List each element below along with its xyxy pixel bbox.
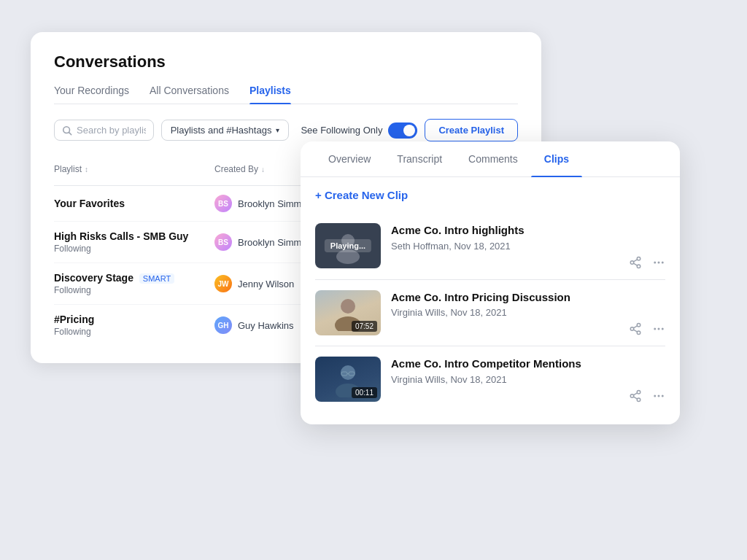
tab-transcript[interactable]: Transcript: [384, 141, 455, 176]
tab-comments[interactable]: Comments: [455, 141, 531, 176]
svg-point-12: [341, 299, 355, 314]
following-toggle[interactable]: [388, 122, 417, 139]
clip-info: Acme Co. Intro Pricing Discussion Virgin…: [391, 290, 665, 336]
tab-playlists[interactable]: Playlists: [249, 85, 291, 104]
avatar: JW: [214, 275, 232, 292]
svg-point-33: [658, 394, 660, 397]
clips-tab-bar: Overview Transcript Comments Clips: [301, 141, 680, 177]
clip-title: Acme Co. Intro Competitor Mentions: [391, 357, 665, 371]
svg-point-10: [658, 261, 660, 263]
playlist-name: #Pricing Following: [54, 314, 214, 337]
sort-icon-created-by: ↓: [261, 166, 265, 174]
duration-badge: 07:52: [352, 321, 377, 332]
svg-line-31: [633, 392, 637, 394]
search-icon: [62, 125, 72, 136]
duration-badge: 00:11: [352, 387, 377, 398]
th-playlist[interactable]: Playlist ↕: [54, 159, 214, 179]
tab-overview[interactable]: Overview: [315, 141, 384, 176]
clip-title: Acme Co. Intro Pricing Discussion: [391, 290, 665, 305]
svg-line-7: [633, 263, 637, 265]
chevron-down-icon: ▾: [276, 126, 279, 134]
clip-thumbnail: Playing...: [315, 223, 381, 268]
playlist-name: Your Favorites: [54, 198, 214, 209]
avatar: BS: [214, 233, 232, 251]
main-tabs: Your Recordings All Conversations Playli…: [54, 85, 518, 104]
clip-meta: Virginia Wills, Nov 18, 2021: [391, 374, 665, 385]
avatar: GH: [214, 316, 232, 334]
share-icon[interactable]: [629, 256, 642, 269]
clip-meta: Seth Hoffman, Nov 18, 2021: [391, 241, 665, 252]
avatar: BS: [214, 195, 232, 212]
more-options-icon[interactable]: [652, 256, 665, 269]
filter-label: Playlists and #Hashtags: [171, 125, 272, 136]
tab-clips[interactable]: Clips: [531, 141, 582, 176]
clip-thumbnail: 00:11: [315, 357, 381, 402]
svg-point-32: [654, 394, 656, 397]
clip-item: 07:52 Acme Co. Intro Pricing Discussion …: [315, 280, 665, 347]
clip-title: Acme Co. Intro highlights: [391, 223, 665, 238]
clip-item: Playing... Acme Co. Intro highlights Set…: [315, 213, 665, 280]
svg-point-9: [654, 261, 656, 263]
svg-line-17: [633, 330, 637, 332]
playing-badge: Playing...: [325, 239, 371, 252]
svg-point-11: [662, 261, 664, 263]
svg-point-21: [662, 328, 664, 330]
following-toggle-wrap: See Following Only: [301, 122, 417, 139]
clip-actions: [391, 322, 665, 335]
svg-point-34: [662, 394, 664, 397]
search-wrap[interactable]: [54, 120, 154, 141]
clip-actions: [391, 256, 665, 269]
clip-thumbnail: 07:52: [315, 290, 381, 335]
svg-line-30: [633, 397, 637, 399]
toolbar: Playlists and #Hashtags ▾ See Following …: [54, 119, 518, 141]
svg-point-19: [654, 328, 656, 330]
tab-all-conversations[interactable]: All Conversations: [150, 85, 229, 104]
search-input[interactable]: [77, 125, 146, 136]
share-icon[interactable]: [629, 389, 642, 402]
svg-line-18: [633, 326, 637, 328]
clip-info: Acme Co. Intro highlights Seth Hoffman, …: [391, 223, 665, 269]
svg-line-1: [69, 132, 71, 134]
clip-actions: [391, 389, 665, 402]
tab-your-recordings[interactable]: Your Recordings: [54, 85, 129, 104]
clips-body: + Create New Clip Playing... Acme Co. In…: [301, 177, 680, 424]
share-icon[interactable]: [629, 322, 642, 335]
more-options-icon[interactable]: [652, 389, 665, 402]
filter-dropdown[interactable]: Playlists and #Hashtags ▾: [161, 120, 290, 141]
clip-item: 00:11 Acme Co. Intro Competitor Mentions…: [315, 346, 665, 413]
following-label: See Following Only: [301, 125, 382, 136]
svg-point-20: [658, 328, 660, 330]
playlist-name: High Risks Calls - SMB Guy Following: [54, 230, 214, 254]
clips-panel: Overview Transcript Comments Clips + Cre…: [301, 141, 680, 424]
sort-icon-playlist: ↕: [85, 166, 88, 174]
page-title: Conversations: [54, 52, 518, 71]
svg-point-22: [341, 365, 355, 380]
svg-line-8: [633, 259, 637, 261]
more-options-icon[interactable]: [652, 322, 665, 335]
clip-meta: Virginia Wills, Nov 18, 2021: [391, 307, 665, 318]
create-clip-link[interactable]: + Create New Clip: [315, 189, 665, 201]
clip-info: Acme Co. Intro Competitor Mentions Virgi…: [391, 357, 665, 402]
create-playlist-button[interactable]: Create Playlist: [425, 119, 518, 141]
playlist-name: Discovery Stage SMART Following: [54, 272, 214, 295]
